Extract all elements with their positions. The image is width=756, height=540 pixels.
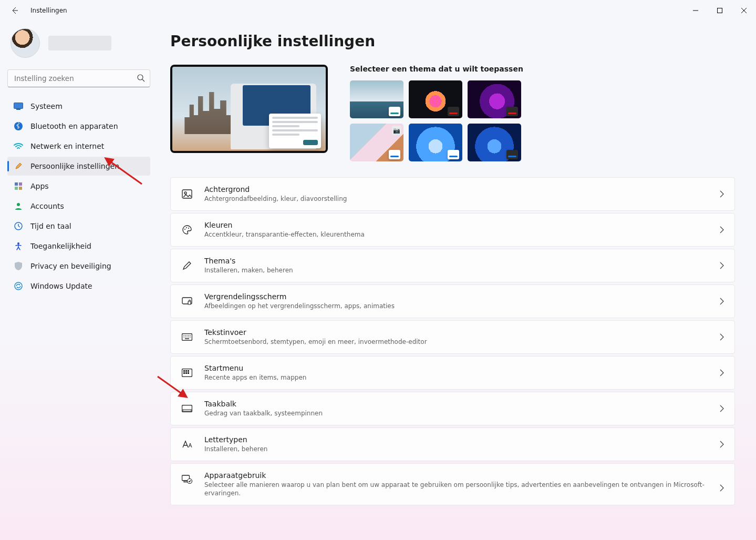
svg-point-29 (188, 337, 189, 338)
close-button[interactable] (732, 0, 756, 21)
chevron-right-icon (720, 190, 724, 198)
svg-point-4 (14, 122, 23, 130)
desktop-preview[interactable] (170, 65, 328, 153)
svg-rect-35 (188, 370, 189, 372)
chevron-right-icon (720, 441, 724, 448)
svg-point-14 (184, 192, 187, 194)
svg-rect-0 (718, 8, 722, 13)
accessibility-icon (14, 241, 23, 251)
svg-rect-31 (185, 339, 189, 340)
sidebar-item-label: Windows Update (30, 282, 92, 290)
clock-globe-icon (14, 221, 23, 231)
svg-rect-2 (14, 103, 23, 109)
page-title: Persoonlijke instellingen (170, 33, 735, 50)
lockscreen-icon (181, 296, 193, 307)
person-icon (14, 201, 23, 211)
card-start[interactable]: StartmenuRecente apps en items, mappen (170, 356, 735, 390)
svg-rect-34 (185, 370, 187, 372)
spotlight-icon: 📷 (392, 126, 401, 135)
chevron-right-icon (720, 262, 724, 269)
svg-point-28 (187, 337, 188, 338)
svg-point-12 (15, 282, 22, 290)
svg-rect-3 (16, 109, 20, 110)
card-taskbar[interactable]: TaakbalkGedrag van taakbalk, systeempinn… (170, 392, 735, 425)
taskbar-icon (181, 403, 193, 414)
sidebar-item-label: Netwerk en internet (30, 142, 104, 150)
theme-option-1[interactable] (350, 80, 403, 118)
device-usage-icon (181, 473, 193, 485)
sidebar-item-privacy[interactable]: Privacy en beveiliging (7, 257, 150, 276)
search-input[interactable] (7, 69, 150, 87)
sidebar-item-bluetooth[interactable]: Bluetooth en apparaten (7, 117, 150, 136)
card-device-usage[interactable]: ApparaatgebruikSelecteer alle manieren w… (170, 463, 735, 505)
svg-rect-36 (183, 372, 185, 374)
search-field[interactable] (7, 69, 150, 87)
fonts-icon (181, 439, 193, 450)
svg-rect-37 (185, 372, 187, 374)
sidebar-item-time-language[interactable]: Tijd en taal (7, 217, 150, 236)
themes-heading: Selecteer een thema dat u wilt toepassen (350, 65, 735, 73)
sidebar-item-label: Privacy en beveiliging (30, 262, 111, 270)
sidebar-item-network[interactable]: Netwerk en internet (7, 137, 150, 156)
card-fonts[interactable]: LettertypenInstalleren, beheren (170, 427, 735, 461)
svg-point-16 (186, 227, 187, 228)
theme-option-4[interactable]: 📷 (350, 124, 403, 161)
svg-rect-5 (15, 182, 18, 186)
svg-point-26 (183, 337, 184, 338)
svg-point-22 (185, 335, 186, 336)
svg-point-21 (183, 335, 184, 336)
svg-rect-40 (183, 410, 191, 411)
sidebar-item-personalization[interactable]: Persoonlijke instellingen (7, 157, 150, 176)
minimize-button[interactable] (683, 0, 708, 21)
avatar (11, 28, 40, 58)
card-background[interactable]: AchtergrondAchtergrondafbeelding, kleur,… (170, 177, 735, 211)
svg-point-1 (138, 75, 143, 80)
chevron-right-icon (720, 226, 724, 233)
card-title: Thema's (204, 257, 708, 265)
chevron-right-icon (720, 405, 724, 412)
svg-point-24 (188, 335, 189, 336)
sidebar-item-label: Bluetooth en apparaten (30, 122, 118, 130)
sidebar-item-windows-update[interactable]: Windows Update (7, 277, 150, 296)
brush-icon (14, 161, 23, 171)
theme-option-3[interactable] (468, 80, 521, 118)
sidebar-item-accounts[interactable]: Accounts (7, 197, 150, 216)
svg-rect-33 (183, 370, 185, 372)
card-subtitle: Schermtoetsenbord, stemtypen, emoji en m… (204, 338, 708, 346)
sidebar-item-apps[interactable]: Apps (7, 177, 150, 196)
sidebar-item-label: Apps (30, 182, 49, 190)
pencil-icon (181, 260, 193, 271)
card-lockscreen[interactable]: VergrendelingsschermAfbeeldingen op het … (170, 284, 735, 318)
card-subtitle: Recente apps en items, mappen (204, 373, 708, 382)
card-title: Achtergrond (204, 185, 708, 193)
palette-icon (181, 224, 193, 236)
card-subtitle: Installeren, beheren (204, 445, 708, 453)
svg-point-9 (17, 203, 20, 206)
theme-option-5[interactable] (409, 124, 462, 161)
sidebar-item-system[interactable]: Systeem (7, 97, 150, 116)
card-text-input[interactable]: TekstinvoerSchermtoetsenbord, stemtypen,… (170, 320, 735, 354)
keyboard-icon (181, 331, 193, 343)
wifi-icon (14, 141, 23, 151)
sidebar-item-label: Systeem (30, 102, 63, 110)
theme-option-2[interactable] (409, 80, 462, 118)
card-subtitle: Accentkleur, transparantie-effecten, kle… (204, 230, 708, 239)
theme-option-6[interactable] (468, 124, 521, 161)
card-title: Lettertypen (204, 435, 708, 444)
svg-point-30 (190, 337, 191, 338)
card-title: Vergrendelingsscherm (204, 292, 708, 301)
maximize-button[interactable] (708, 0, 732, 21)
chevron-right-icon (720, 369, 724, 376)
card-subtitle: Installeren, maken, beheren (204, 266, 708, 274)
svg-rect-6 (19, 182, 22, 186)
card-colors[interactable]: KleurenAccentkleur, transparantie-effect… (170, 213, 735, 247)
profile-block[interactable] (7, 25, 150, 67)
svg-rect-8 (19, 187, 22, 190)
svg-rect-38 (188, 372, 189, 374)
back-button[interactable] (8, 4, 21, 17)
app-title: Instellingen (30, 7, 67, 14)
card-subtitle: Selecteer alle manieren waarop u van pla… (204, 481, 708, 497)
sidebar-item-accessibility[interactable]: Toegankelijkheid (7, 237, 150, 256)
card-themes[interactable]: Thema'sInstalleren, maken, beheren (170, 249, 735, 282)
card-title: Tekstinvoer (204, 328, 708, 337)
